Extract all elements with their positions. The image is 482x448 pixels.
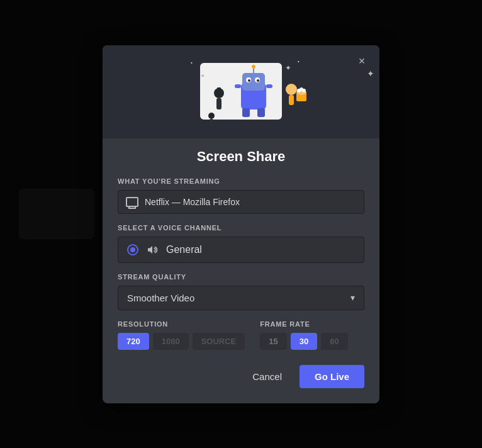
svg-rect-3 [242,73,265,91]
voice-channel-name: General [166,244,202,255]
svg-rect-11 [266,84,272,88]
resolution-btn-group: 720 1080 SOURCE [118,333,245,350]
stream-quality-label: STREAM QUALITY [118,273,364,281]
svg-rect-10 [235,84,241,88]
svg-rect-17 [217,87,221,91]
frame-rate-btn-group: 15 30 60 [260,333,364,350]
svg-rect-15 [216,98,221,109]
close-icon: × [359,55,366,68]
svg-point-6 [248,79,250,82]
voice-channel-label: SELECT A VOICE CHANNEL [103,224,379,232]
monitor-icon [126,197,138,207]
svg-text:•: • [298,59,300,64]
frame-rate-label: FRAME RATE [260,320,364,328]
svg-text:✦: ✦ [285,64,291,72]
voice-channel-box[interactable]: General [118,237,364,263]
quality-dropdown[interactable]: Smoother Video ▾ [118,286,364,310]
radio-button[interactable] [127,244,138,255]
resolution-col: RESOLUTION 720 1080 SOURCE [118,320,245,350]
modal-overlay: ✦ ✦ ✦ • • × Screen Share WHAT YOU'RE STR… [0,0,482,448]
modal-footer: Cancel Go Live [103,355,379,388]
frame-rate-30-button[interactable]: 30 [291,333,317,350]
speaker-icon [146,244,159,256]
quality-options: RESOLUTION 720 1080 SOURCE FRAME RATE 15… [103,320,379,350]
frame-rate-15-button[interactable]: 15 [260,333,286,350]
svg-point-7 [257,79,259,82]
stream-source-box: Netflix — Mozilla Firefox [118,190,364,214]
close-button[interactable]: × [353,53,371,70]
frame-rate-60-button[interactable]: 60 [321,333,347,350]
quality-row: RESOLUTION 720 1080 SOURCE FRAME RATE 15… [118,320,364,350]
resolution-label: RESOLUTION [118,320,245,328]
go-live-button[interactable]: Go Live [300,365,364,388]
resolution-1080-button[interactable]: 1080 [153,333,189,350]
resolution-source-button[interactable]: SOURCE [193,333,245,350]
screen-share-modal: ✦ ✦ ✦ • • × Screen Share WHAT YOU'RE STR… [103,45,379,403]
streaming-label: WHAT YOU'RE STREAMING [103,177,379,185]
modal-illustration: ✦ ✦ ✦ • • × [103,45,379,138]
frame-rate-col: FRAME RATE 15 30 60 [260,320,364,350]
resolution-720-button[interactable]: 720 [118,333,149,350]
svg-text:✦: ✦ [200,72,205,79]
svg-rect-26 [210,119,213,125]
cancel-button[interactable]: Cancel [242,366,292,387]
svg-rect-13 [257,108,265,117]
svg-point-25 [208,113,215,119]
stream-source-text: Netflix — Mozilla Firefox [145,197,240,207]
modal-title: Screen Share [103,148,379,165]
chevron-down-icon: ▾ [350,293,355,303]
svg-point-18 [286,84,297,95]
svg-point-24 [302,89,306,92]
svg-text:✦: ✦ [367,69,374,79]
quality-selected-text: Smoother Video [127,293,194,303]
svg-rect-19 [289,95,294,105]
radio-inner [130,247,135,252]
svg-point-9 [252,65,255,69]
svg-rect-12 [242,108,250,117]
stream-quality-section: STREAM QUALITY Smoother Video ▾ [103,273,379,310]
svg-text:•: • [191,60,193,65]
